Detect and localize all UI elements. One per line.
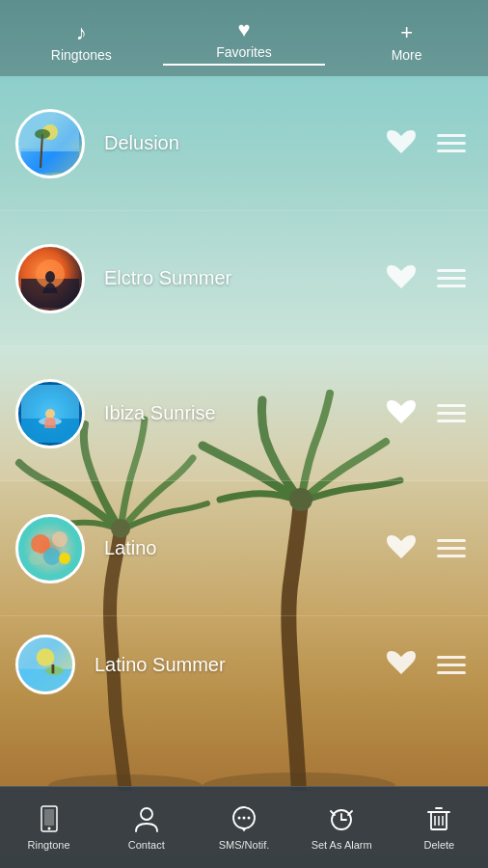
avatar-ibiza — [15, 379, 85, 448]
svg-point-39 — [247, 817, 250, 820]
person-icon — [132, 804, 161, 833]
svg-point-29 — [37, 648, 55, 666]
avatar-elctro — [15, 244, 85, 313]
svg-point-24 — [29, 552, 42, 565]
song-item-elctro[interactable]: Elctro Summer — [0, 211, 488, 346]
action-ringtone[interactable]: Ringtone — [0, 804, 97, 851]
action-alarm[interactable]: Set As Alarm — [293, 804, 391, 851]
tab-ringtones-label: Ringtones — [51, 47, 112, 63]
tab-more-label: More — [392, 47, 422, 63]
svg-point-18 — [45, 409, 55, 419]
action-contact[interactable]: Contact — [97, 804, 195, 851]
tab-favorites[interactable]: ♥ Favorites — [163, 12, 326, 66]
heart-btn-latino-summer[interactable] — [380, 643, 422, 686]
ringtones-icon: ♪ — [76, 22, 87, 43]
avatar-latino-summer — [15, 635, 75, 694]
tab-bar: ♪ Ringtones ♥ Favorites + More — [0, 0, 488, 76]
svg-rect-5 — [21, 149, 79, 173]
song-item-latino-summer[interactable]: Latino Summer — [0, 616, 488, 713]
alarm-icon — [327, 804, 356, 833]
heart-btn-ibiza[interactable] — [380, 393, 422, 435]
song-item-delusion[interactable]: Delusion — [0, 76, 488, 211]
song-item-latino[interactable]: Latino — [0, 481, 488, 616]
action-sms-label: SMS/Notif. — [219, 839, 270, 851]
svg-point-9 — [35, 129, 50, 139]
action-ringtone-label: Ringtone — [28, 839, 70, 851]
svg-rect-31 — [52, 665, 55, 673]
svg-point-30 — [45, 666, 64, 675]
svg-point-35 — [141, 808, 152, 820]
chat-icon — [230, 804, 258, 833]
menu-btn-latino[interactable] — [430, 528, 473, 570]
action-contact-label: Contact — [128, 839, 165, 851]
heart-btn-elctro[interactable] — [380, 258, 422, 300]
svg-point-37 — [237, 817, 240, 820]
action-alarm-label: Set As Alarm — [312, 839, 372, 851]
svg-point-38 — [242, 817, 245, 820]
action-delete-label: Delete — [423, 839, 454, 851]
more-icon: + — [400, 22, 413, 43]
menu-btn-elctro[interactable] — [430, 258, 473, 300]
tab-more[interactable]: + More — [325, 14, 488, 63]
menu-btn-latino-summer[interactable] — [430, 643, 473, 686]
song-title-latino-summer: Latino Summer — [95, 654, 380, 676]
phone-icon — [35, 804, 64, 833]
action-delete[interactable]: Delete — [391, 804, 488, 851]
avatar-delusion — [15, 109, 85, 178]
song-title-elctro: Elctro Summer — [104, 267, 380, 289]
svg-rect-28 — [18, 669, 72, 692]
menu-btn-delusion[interactable] — [430, 122, 473, 165]
song-title-ibiza: Ibiza Sunrise — [104, 402, 380, 424]
song-item-ibiza[interactable]: Ibiza Sunrise — [0, 346, 488, 481]
svg-point-34 — [47, 827, 50, 830]
svg-point-22 — [52, 531, 68, 547]
favorites-icon: ♥ — [237, 19, 250, 41]
song-title-delusion: Delusion — [104, 132, 380, 154]
avatar-latino — [15, 514, 85, 583]
svg-point-13 — [45, 271, 55, 283]
song-list: Delusion — [0, 76, 488, 786]
svg-point-25 — [59, 553, 70, 564]
svg-point-23 — [43, 548, 61, 565]
song-title-latino: Latino — [104, 537, 380, 559]
menu-btn-ibiza[interactable] — [430, 393, 473, 435]
heart-btn-delusion[interactable] — [380, 122, 422, 165]
trash-icon — [424, 804, 453, 833]
tab-ringtones[interactable]: ♪ Ringtones — [0, 14, 163, 63]
heart-btn-latino[interactable] — [380, 528, 422, 570]
action-sms[interactable]: SMS/Notif. — [195, 804, 292, 851]
svg-rect-33 — [44, 809, 54, 826]
tab-favorites-label: Favorites — [216, 44, 272, 60]
action-bar: Ringtone Contact SMS/Notif. Set As Alarm — [0, 786, 488, 868]
